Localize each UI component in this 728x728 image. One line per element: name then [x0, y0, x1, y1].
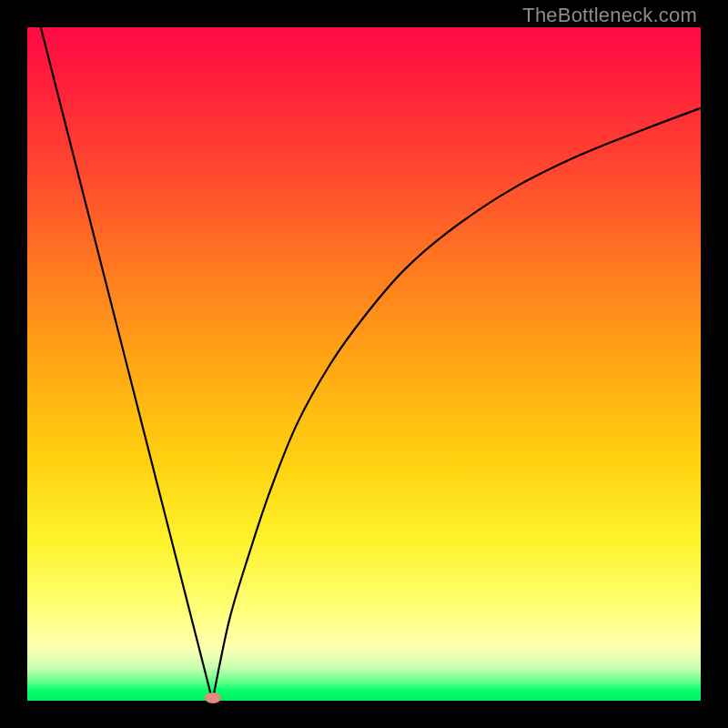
watermark-text: TheBottleneck.com — [522, 4, 697, 27]
chart-frame: TheBottleneck.com — [0, 0, 728, 728]
plot-area — [27, 27, 701, 701]
